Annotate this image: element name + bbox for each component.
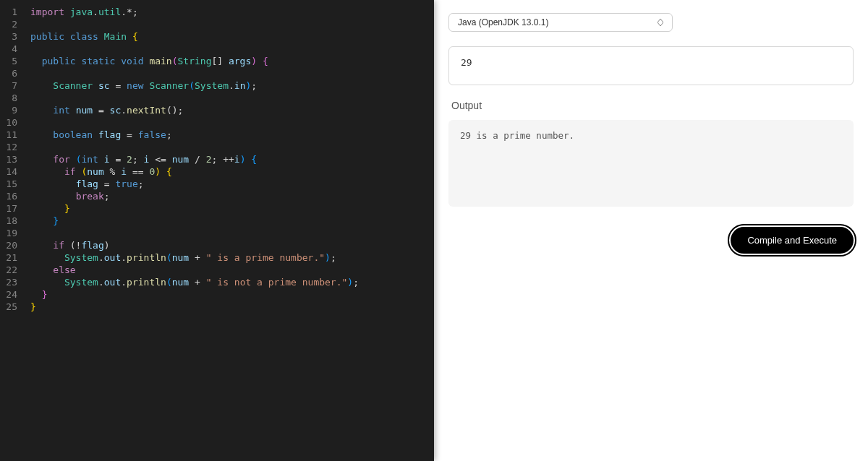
code-line[interactable]: boolean flag = false;: [30, 129, 434, 141]
line-number: 14: [0, 165, 27, 178]
code-line[interactable]: public static void main(String[] args) {: [30, 55, 434, 67]
line-number: 1: [0, 6, 27, 18]
line-number: 10: [0, 116, 27, 129]
line-number: 23: [0, 276, 27, 288]
line-number: 8: [0, 92, 27, 104]
line-number: 15: [0, 178, 27, 190]
code-line[interactable]: Scanner sc = new Scanner(System.in);: [30, 79, 434, 92]
code-line[interactable]: public class Main {: [30, 30, 434, 43]
code-area[interactable]: import java.util.*; public class Main { …: [27, 0, 434, 461]
line-number: 4: [0, 43, 27, 55]
code-line[interactable]: [30, 18, 434, 30]
line-number: 13: [0, 153, 27, 165]
code-line[interactable]: break;: [30, 190, 434, 202]
code-line[interactable]: else: [30, 264, 434, 276]
line-number: 5: [0, 55, 27, 67]
output-text: 29 is a prime number.: [460, 130, 574, 141]
code-line[interactable]: [30, 92, 434, 104]
action-row: Compile and Execute: [448, 227, 854, 254]
chevron-updown-icon: [658, 19, 663, 26]
language-select-value: Java (OpenJDK 13.0.1): [458, 17, 548, 27]
code-line[interactable]: for (int i = 2; i <= num / 2; ++i) {: [30, 153, 434, 165]
line-number: 20: [0, 239, 27, 251]
code-editor-pane: 1234567891011121314151617181920212223242…: [0, 0, 434, 461]
code-line[interactable]: [30, 227, 434, 239]
line-number: 16: [0, 190, 27, 202]
code-line[interactable]: if (!flag): [30, 239, 434, 251]
line-number: 11: [0, 129, 27, 141]
code-line[interactable]: [30, 67, 434, 79]
output-label: Output: [448, 100, 854, 111]
line-number-gutter: 1234567891011121314151617181920212223242…: [0, 0, 27, 461]
code-line[interactable]: [30, 116, 434, 129]
stdin-input[interactable]: 29: [448, 46, 854, 85]
line-number: 2: [0, 18, 27, 30]
line-number: 12: [0, 141, 27, 153]
code-line[interactable]: if (num % i == 0) {: [30, 165, 434, 178]
output-box: 29 is a prime number.: [448, 120, 854, 207]
code-line[interactable]: [30, 141, 434, 153]
code-line[interactable]: System.out.println(num + " is not a prim…: [30, 276, 434, 288]
code-line[interactable]: [30, 43, 434, 55]
line-number: 25: [0, 301, 27, 313]
results-pane: Java (OpenJDK 13.0.1) 29 Output 29 is a …: [434, 0, 868, 461]
code-line[interactable]: import java.util.*;: [30, 6, 434, 18]
compile-execute-button[interactable]: Compile and Execute: [731, 227, 854, 254]
code-line[interactable]: int num = sc.nextInt();: [30, 104, 434, 116]
line-number: 19: [0, 227, 27, 239]
stdin-value: 29: [461, 57, 472, 68]
code-line[interactable]: flag = true;: [30, 178, 434, 190]
line-number: 22: [0, 264, 27, 276]
line-number: 9: [0, 104, 27, 116]
output-section: Output 29 is a prime number.: [448, 100, 854, 207]
code-line[interactable]: }: [30, 301, 434, 313]
line-number: 21: [0, 251, 27, 264]
line-number: 17: [0, 202, 27, 215]
code-line[interactable]: }: [30, 288, 434, 301]
code-line[interactable]: }: [30, 215, 434, 227]
line-number: 3: [0, 30, 27, 43]
line-number: 24: [0, 288, 27, 301]
code-line[interactable]: }: [30, 202, 434, 215]
line-number: 7: [0, 79, 27, 92]
language-select[interactable]: Java (OpenJDK 13.0.1): [448, 13, 673, 32]
line-number: 6: [0, 67, 27, 79]
line-number: 18: [0, 215, 27, 227]
code-line[interactable]: System.out.println(num + " is a prime nu…: [30, 251, 434, 264]
